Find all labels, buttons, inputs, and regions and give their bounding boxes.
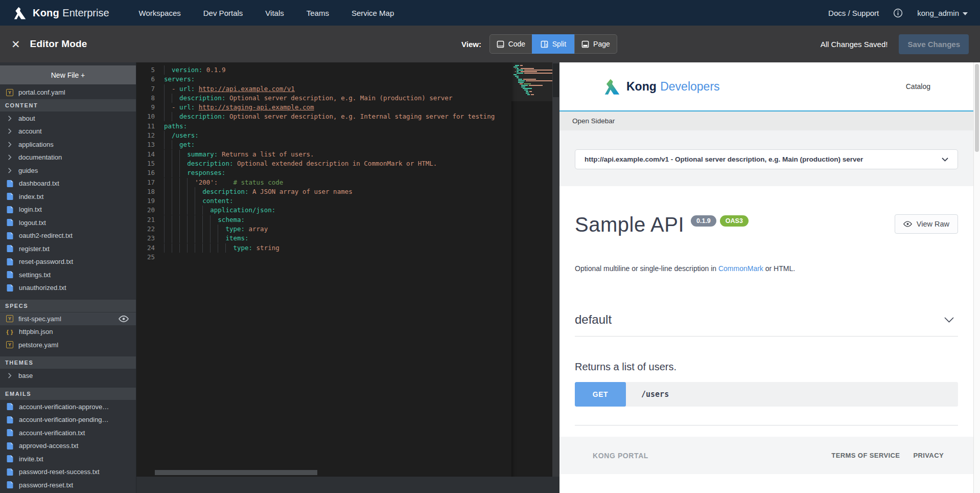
chevron-right-icon — [8, 373, 12, 378]
code-line[interactable]: 15description: Optional extended descrip… — [136, 159, 559, 168]
footer-link-privacy[interactable]: PRIVACY — [913, 452, 944, 459]
nav-item-workspaces[interactable]: Workspaces — [139, 9, 181, 17]
view-raw-button[interactable]: View Raw — [895, 214, 958, 234]
close-icon[interactable]: ✕ — [11, 39, 20, 50]
file-password-reset-txt[interactable]: password-reset.txt — [0, 479, 136, 492]
file-password-reset-success-txt[interactable]: password-reset-success.txt — [0, 465, 136, 479]
code-line[interactable]: 16responses: — [136, 168, 559, 177]
code-line[interactable]: 22type: array — [136, 225, 559, 234]
file-account-verification-txt[interactable]: account-verification.txt — [0, 427, 136, 440]
scrollbar-thumb[interactable] — [553, 63, 559, 97]
docs-support-link[interactable]: Docs / Support — [828, 9, 879, 17]
folder-account[interactable]: account — [0, 125, 136, 138]
editor-vertical-scrollbar[interactable] — [552, 62, 559, 493]
file-petstore-yaml[interactable]: Ypetstore.yaml — [0, 339, 136, 352]
view-split-button[interactable]: Split — [532, 34, 575, 54]
kong-developers-logo[interactable]: Kong Developers — [602, 77, 720, 96]
view-code-button[interactable]: Code — [489, 34, 532, 54]
code-line[interactable]: 24type: string — [136, 243, 559, 253]
file-invite-txt[interactable]: invite.txt — [0, 453, 136, 466]
code-editor[interactable]: 5version: 0.1.96servers:7- url: http://a… — [136, 62, 559, 493]
code-line[interactable]: 7- url: http://api.example.com/v1 — [136, 84, 559, 94]
view-toggle: CodeSplitPage — [489, 34, 617, 54]
scrollbar-thumb[interactable] — [975, 64, 979, 152]
view-page-button[interactable]: Page — [574, 34, 617, 54]
chevron-right-icon — [8, 128, 12, 134]
file-portal-conf-yaml[interactable]: Yportal.conf.yaml — [0, 86, 136, 99]
item-label: register.txt — [19, 245, 50, 253]
server-select[interactable]: http://api.example.com/v1 - Optional ser… — [575, 149, 958, 169]
operation-summary: Returns a list of users. — [575, 361, 958, 373]
operation-row[interactable]: GET /users — [575, 382, 958, 407]
editor-mode-title: Editor Mode — [30, 38, 87, 50]
folder-documentation[interactable]: documentation — [0, 151, 136, 164]
code-line[interactable]: 14summary: Returns a list of users. — [136, 150, 559, 159]
code-line[interactable]: 11paths: — [136, 122, 559, 131]
code-line[interactable]: 12/users: — [136, 131, 559, 140]
code-line[interactable]: 17'200': # status code — [136, 178, 559, 187]
editor-horizontal-scrollbar[interactable] — [155, 470, 317, 475]
file-login-txt[interactable]: login.txt — [0, 203, 136, 216]
file-logout-txt[interactable]: logout.txt — [0, 216, 136, 230]
info-icon[interactable] — [893, 8, 903, 18]
code-line[interactable]: 6servers: — [136, 75, 559, 84]
file-account-verification-approve[interactable]: account-verification-approve… — [0, 400, 136, 414]
file-register-txt[interactable]: register.txt — [0, 242, 136, 256]
catalog-link[interactable]: Catalog — [906, 82, 930, 91]
view-raw-label: View Raw — [917, 220, 949, 228]
file-index-txt[interactable]: index.txt — [0, 190, 136, 204]
item-label: logout.txt — [19, 219, 46, 227]
nav-item-vitals[interactable]: Vitals — [265, 9, 284, 17]
file-dashboard-txt[interactable]: dashboard.txt — [0, 177, 136, 190]
section-header: EMAILS — [0, 388, 136, 400]
save-status: All Changes Saved! — [821, 40, 888, 49]
kong-gorilla-icon — [12, 5, 28, 20]
file-oauth2-redirect-txt[interactable]: oauth2-redirect.txt — [0, 229, 136, 242]
code-line[interactable]: 23items: — [136, 234, 559, 243]
open-sidebar-button[interactable]: Open Sidebar — [559, 111, 973, 130]
code-line[interactable]: 5version: 0.1.9 — [136, 65, 559, 75]
item-label: approved-access.txt — [19, 442, 78, 450]
text-file-icon — [6, 193, 14, 200]
footer-brand: KONG PORTAL — [593, 452, 648, 460]
file-account-verification-pending[interactable]: account-verification-pending… — [0, 413, 136, 427]
file-unauthorized-txt[interactable]: unauthorized.txt — [0, 281, 136, 295]
text-file-icon — [6, 245, 14, 252]
file-reset-password-txt[interactable]: reset-password.txt — [0, 255, 136, 268]
folder-applications[interactable]: applications — [0, 138, 136, 151]
code-line[interactable]: 19content: — [136, 196, 559, 206]
username: kong_admin — [917, 9, 959, 17]
code-line[interactable]: 18description: A JSON array of user name… — [136, 187, 559, 196]
code-line[interactable]: 21schema: — [136, 215, 559, 225]
folder-guides[interactable]: guides — [0, 164, 136, 177]
code-line[interactable]: 13get: — [136, 140, 559, 149]
nav-item-teams[interactable]: Teams — [307, 9, 329, 17]
code-line[interactable]: 10description: Optional server descripti… — [136, 112, 559, 121]
tag-section-header[interactable]: default — [575, 312, 958, 327]
file-approved-access-txt[interactable]: approved-access.txt — [0, 439, 136, 453]
folder-about[interactable]: about — [0, 112, 136, 125]
preview-scrollbar[interactable] — [973, 62, 980, 493]
file-httpbin-json[interactable]: { }httpbin.json — [0, 325, 136, 339]
code-line[interactable]: 9- url: http://staging-api.example.com — [136, 103, 559, 112]
file-first-spec-yaml[interactable]: Yfirst-spec.yaml — [0, 312, 136, 326]
method-badge: GET — [575, 382, 626, 407]
nav-item-service-map[interactable]: Service Map — [352, 9, 394, 17]
nav-item-dev-portals[interactable]: Dev Portals — [203, 9, 243, 17]
section-content: CONTENTaboutaccountapplicationsdocumenta… — [0, 99, 136, 295]
eye-icon[interactable] — [119, 316, 129, 322]
minimap[interactable] — [511, 62, 552, 493]
line-number: 10 — [136, 112, 155, 121]
commonmark-link[interactable]: CommonMark — [718, 264, 763, 273]
code-line[interactable]: 20application/json: — [136, 206, 559, 215]
folder-base[interactable]: base — [0, 369, 136, 383]
new-file-button[interactable]: New File + — [0, 65, 136, 84]
code-line[interactable]: 8description: Optional server descriptio… — [136, 94, 559, 103]
code-line[interactable]: 25 — [136, 253, 559, 262]
kong-enterprise-logo[interactable]: Kong Enterprise — [12, 5, 109, 20]
user-menu[interactable]: kong_admin — [917, 9, 968, 17]
save-changes-button[interactable]: Save Changes — [899, 34, 969, 54]
api-title-row: Sample API 0.1.9 OAS3 View Raw — [575, 186, 958, 235]
footer-link-terms-of-service[interactable]: TERMS OF SERVICE — [831, 452, 900, 459]
file-settings-txt[interactable]: settings.txt — [0, 268, 136, 282]
